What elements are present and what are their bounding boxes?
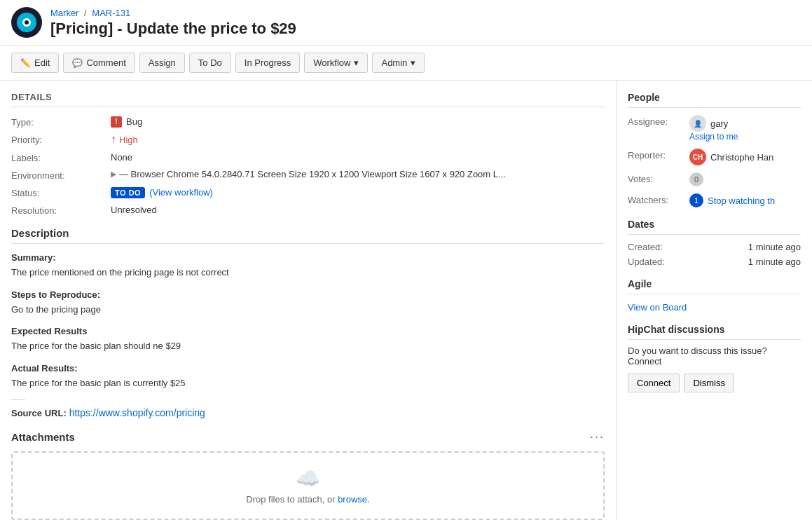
priority-value: ↑ High [111,133,605,146]
watchers-label: Watchers: [628,193,684,205]
workflow-button[interactable]: Workflow ▾ [304,53,368,73]
description-section: Description Summary: The price mentioned… [11,227,605,418]
comment-button[interactable]: 💬 Comment [63,53,135,73]
assignee-label: Assignee: [628,115,684,127]
separator [11,399,25,400]
updated-label: Updated: [628,256,665,267]
connect-button[interactable]: Connect [628,374,680,392]
votes-badge: 0 [689,172,703,186]
resolution-label: Resolution: [11,204,102,216]
todo-button[interactable]: To Do [189,53,231,73]
dates-section: Dates Created: 1 minute ago Updated: 1 m… [628,219,801,267]
assign-to-me-link[interactable]: Assign to me [689,132,738,142]
comment-icon: 💬 [72,58,83,68]
dates-title: Dates [628,219,801,235]
people-section: People Assignee: 👤 gary Assign to me Rep… [628,92,801,207]
type-label: Type: [11,116,102,128]
upload-icon: ☁️ [27,467,589,490]
drop-zone[interactable]: ☁️ Drop files to attach, or browse. [11,451,605,520]
sidebar: People Assignee: 👤 gary Assign to me Rep… [616,81,812,520]
type-value: ! Bug [111,116,605,128]
summary-block: Summary: The price mentioned on the pric… [11,252,605,280]
created-value: 1 minute ago [748,242,801,252]
watchers-count: 1 [689,193,703,207]
steps-block: Steps to Reproduce: Go to the pricing pa… [11,289,605,317]
browse-link[interactable]: browse. [338,494,370,505]
watchers-row: Watchers: 1 Stop watching th [628,193,801,207]
votes-label: Votes: [628,172,684,184]
breadcrumb-separator: / [84,8,87,18]
priority-up-icon: ↑ [111,133,116,146]
labels-label: Labels: [11,151,102,163]
hipchat-text: Do you want to discuss this issue? Conne… [628,345,801,367]
breadcrumb-project[interactable]: Marker [50,8,78,18]
breadcrumb: Marker / MAR-131 [50,8,296,18]
admin-button[interactable]: Admin ▾ [372,53,425,73]
view-on-board-link[interactable]: View on Board [628,302,687,313]
breadcrumb-issue[interactable]: MAR-131 [92,8,130,18]
expected-text: The price for the basic plan should ne $… [11,339,605,353]
assignee-row: Assignee: 👤 gary Assign to me [628,115,801,142]
reporter-row: Reporter: CH Christophe Han [628,149,801,165]
edit-button[interactable]: ✏️ Edit [11,53,59,73]
main-layout: Details Type: ! Bug Priority: ↑ High Lab… [0,81,812,520]
expected-block: Expected Results The price for the basic… [11,326,605,353]
bug-icon: ! [111,116,122,128]
env-expand-icon[interactable]: ▶ [111,170,116,179]
steps-title: Steps to Reproduce: [11,289,605,300]
summary-title: Summary: [11,252,605,263]
hipchat-buttons: Connect Dismiss [628,374,801,392]
edit-icon: ✏️ [20,58,31,68]
created-label: Created: [628,242,663,252]
assignee-name: gary [710,118,728,129]
workflow-dropdown-icon: ▾ [354,57,359,68]
details-grid: Type: ! Bug Priority: ↑ High Labels: Non… [11,116,605,216]
votes-row: Votes: 0 [628,172,801,186]
source-block: Source URL: https://www.shopify.com/pric… [11,407,605,418]
labels-value: None [111,151,605,163]
actual-text: The price for the basic plan is currentl… [11,376,605,390]
status-value: TO DO (View workflow) [111,186,605,198]
inprogress-button[interactable]: In Progress [235,53,300,73]
view-workflow-link[interactable]: (View workflow) [149,187,213,198]
updated-row: Updated: 1 minute ago [628,256,801,267]
source-url-link[interactable]: https://www.shopify.com/pricing [69,407,205,418]
people-title: People [628,92,801,108]
resolution-value: Unresolved [111,204,605,216]
dismiss-button[interactable]: Dismiss [684,374,734,392]
environment-label: Environment: [11,169,102,181]
agile-title: Agile [628,278,801,294]
status-badge: TO DO [111,187,145,198]
hipchat-section: HipChat discussions Do you want to discu… [628,324,801,392]
issue-title: [Pricing] - Update the price to $29 [50,20,296,38]
top-bar: Marker / MAR-131 [Pricing] - Update the … [0,0,812,46]
actual-title: Actual Results: [11,363,605,374]
stop-watching-link[interactable]: Stop watching th [708,196,775,206]
assignee-avatar: 👤 [689,115,706,132]
app-logo [11,7,42,38]
toolbar: ✏️ Edit 💬 Comment Assign To Do In Progre… [0,46,812,81]
priority-label: Priority: [11,133,102,146]
details-section-title: Details [11,92,605,107]
description-title: Description [11,227,605,244]
actual-block: Actual Results: The price for the basic … [11,363,605,390]
attachments-header: Attachments ··· [11,430,605,444]
attachments-section: Attachments ··· ☁️ Drop files to attach,… [11,430,605,520]
hipchat-title: HipChat discussions [628,324,801,340]
reporter-label: Reporter: [628,149,684,160]
summary-text: The price mentioned on the pricing page … [11,266,605,280]
source-label: Source URL: [11,408,67,418]
content-area: Details Type: ! Bug Priority: ↑ High Lab… [0,81,616,520]
admin-dropdown-icon: ▾ [411,57,415,68]
assign-button[interactable]: Assign [139,53,185,73]
status-label: Status: [11,186,102,198]
reporter-name: Christophe Han [710,152,773,163]
attachments-title: Attachments [11,431,75,443]
reporter-avatar: CH [689,149,706,165]
steps-text: Go to the pricing page [11,303,605,317]
attachments-more-button[interactable]: ··· [590,430,605,444]
created-row: Created: 1 minute ago [628,242,801,252]
expected-title: Expected Results [11,326,605,336]
environment-value: ▶ — Browser Chrome 54.0.2840.71 Screen S… [111,169,605,181]
updated-value: 1 minute ago [748,256,801,267]
